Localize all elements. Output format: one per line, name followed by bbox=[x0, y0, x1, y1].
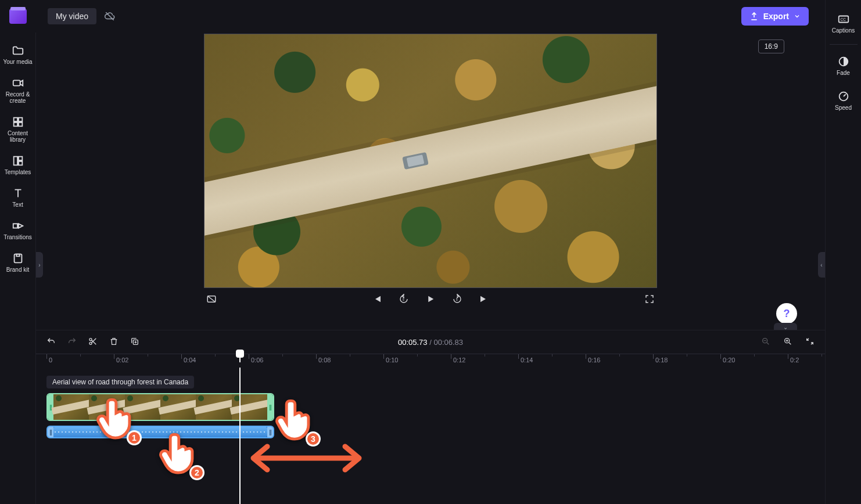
leftnav-templates[interactable]: Templates bbox=[0, 149, 35, 181]
rightnav-label: Fade bbox=[837, 70, 850, 76]
zoom-out-button[interactable] bbox=[758, 334, 774, 350]
duplicate-button[interactable] bbox=[127, 334, 143, 350]
rightnav-cc[interactable]: CCCaptions bbox=[826, 6, 861, 41]
double-arrow-icon bbox=[245, 440, 367, 477]
svg-rect-3 bbox=[18, 118, 21, 121]
annotation-badge-2: 2 bbox=[189, 465, 205, 480]
redo-button[interactable] bbox=[64, 334, 80, 350]
picture-in-picture-button[interactable] bbox=[204, 291, 219, 307]
timeline-tracks[interactable]: Aerial view of road through forest in Ca… bbox=[36, 368, 825, 504]
zoom-in-button[interactable] bbox=[780, 334, 796, 350]
split-button[interactable] bbox=[85, 334, 101, 350]
preview-canvas[interactable] bbox=[204, 34, 657, 288]
clip-trim-right-handle[interactable]: ‖ bbox=[267, 394, 273, 420]
svg-rect-11 bbox=[16, 254, 20, 257]
leftnav-boxes[interactable]: Content library bbox=[0, 110, 35, 149]
help-fab[interactable]: ? bbox=[776, 303, 797, 324]
cloud-off-icon bbox=[105, 11, 115, 21]
aspect-ratio-button[interactable]: 16:9 bbox=[758, 39, 784, 53]
leftnav-label: Brand kit bbox=[6, 267, 29, 273]
forward-5-button[interactable]: 5 bbox=[450, 291, 465, 307]
timeline-ruler[interactable]: 00:020:040:060:080:100:120:140:160:180:2… bbox=[36, 354, 825, 368]
rightnav-fade[interactable]: Fade bbox=[826, 48, 861, 83]
clip-tooltip: Aerial view of road through forest in Ca… bbox=[46, 376, 194, 388]
leftnav-label: Text bbox=[12, 201, 23, 208]
fit-timeline-button[interactable] bbox=[802, 334, 818, 350]
leftnav-label: Templates bbox=[5, 169, 31, 175]
chevron-down-icon bbox=[794, 13, 801, 20]
svg-rect-2 bbox=[13, 118, 17, 121]
leftnav-label: Transitions bbox=[3, 234, 32, 240]
rewind-5-button[interactable]: 5 bbox=[396, 291, 411, 307]
svg-rect-8 bbox=[18, 161, 21, 165]
audio-trim-left-handle[interactable]: ‖ bbox=[48, 427, 53, 437]
svg-rect-7 bbox=[18, 157, 21, 160]
svg-rect-9 bbox=[13, 224, 17, 228]
svg-rect-5 bbox=[18, 123, 21, 126]
svg-rect-4 bbox=[13, 123, 17, 126]
leftnav-folder[interactable]: Your media bbox=[0, 38, 35, 71]
rightnav-label: Speed bbox=[835, 105, 852, 111]
playhead-time: 00:05.73 / 00:06.83 bbox=[398, 338, 463, 347]
right-expand-handle[interactable]: ‹ bbox=[818, 252, 825, 278]
svg-text:5: 5 bbox=[456, 298, 458, 301]
svg-text:5: 5 bbox=[403, 298, 404, 301]
leftnav-brand[interactable]: Brand kit bbox=[0, 246, 35, 279]
delete-button[interactable] bbox=[106, 334, 122, 350]
audio-trim-right-handle[interactable]: ‖ bbox=[267, 427, 273, 437]
skip-end-button[interactable] bbox=[476, 291, 492, 307]
svg-rect-6 bbox=[13, 157, 17, 165]
svg-rect-10 bbox=[14, 254, 21, 263]
skip-start-button[interactable] bbox=[369, 291, 385, 307]
audio-clip[interactable]: ‖ ‖ bbox=[46, 426, 274, 438]
leftnav-transitions[interactable]: Transitions bbox=[0, 214, 35, 246]
video-clip[interactable]: ‖ ‖ bbox=[46, 393, 274, 421]
svg-text:CC: CC bbox=[840, 17, 846, 21]
leftnav-label: Your media bbox=[3, 59, 32, 65]
leftnav-text[interactable]: Text bbox=[0, 181, 35, 214]
play-button[interactable] bbox=[423, 291, 438, 307]
annotation-badge-3: 3 bbox=[306, 431, 321, 447]
upload-icon bbox=[749, 12, 759, 21]
fullscreen-button[interactable] bbox=[642, 291, 657, 307]
app-logo[interactable] bbox=[9, 9, 27, 24]
rightnav-gauge[interactable]: Speed bbox=[826, 83, 861, 118]
project-title[interactable]: My video bbox=[48, 8, 96, 24]
leftnav-label: Record & create bbox=[6, 91, 30, 104]
leftnav-label: Content library bbox=[0, 130, 35, 143]
rightnav-label: Captions bbox=[832, 27, 855, 34]
leftnav-camera[interactable]: Record & create bbox=[0, 71, 35, 110]
export-button[interactable]: Export bbox=[741, 7, 809, 26]
svg-rect-1 bbox=[13, 80, 20, 85]
undo-button[interactable] bbox=[43, 334, 59, 350]
svg-line-13 bbox=[207, 296, 216, 303]
